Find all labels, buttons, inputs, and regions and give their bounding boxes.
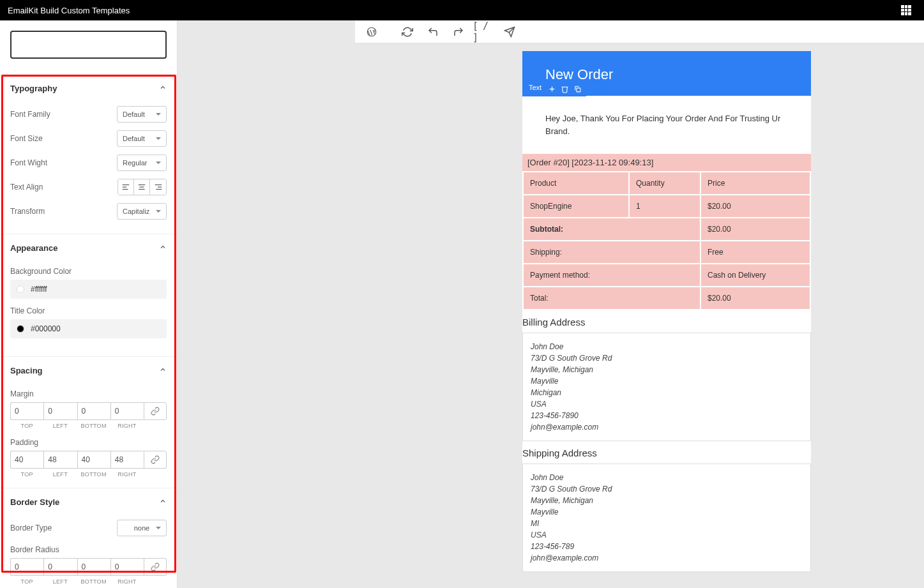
radius-link-button[interactable] (144, 558, 167, 576)
email-header[interactable]: New Order Text (522, 51, 811, 96)
style-sidebar: Typography Font FamilyDefault Font SizeD… (0, 20, 178, 588)
align-right-button[interactable] (150, 179, 166, 195)
font-size-label: Font Size (10, 134, 43, 143)
font-family-label: Font Family (10, 110, 50, 119)
typography-section: Typography Font FamilyDefault Font SizeD… (0, 75, 177, 234)
email-greeting[interactable]: Hey Joe, Thank You For Placing Your Orde… (522, 96, 811, 154)
shipping-title: Shipping Address (522, 441, 811, 464)
radius-bottom-input[interactable] (77, 558, 110, 576)
bg-color-input[interactable]: #ffffff (10, 280, 167, 299)
undo-icon[interactable] (421, 22, 444, 42)
refresh-icon[interactable] (396, 22, 419, 42)
app-title: EmailKit Build Custom Templates (8, 6, 130, 15)
border-header[interactable]: Border Style (0, 488, 177, 516)
radius-left-input[interactable] (43, 558, 77, 576)
cell-qty: 1 (630, 195, 700, 217)
email-header-title: New Order (545, 66, 613, 82)
padding-top-input[interactable] (10, 451, 43, 469)
cell-product: ShopEngine (524, 195, 628, 217)
shipping-value: Free (701, 241, 810, 263)
col-product: Product (524, 172, 628, 194)
margin-top-input[interactable] (10, 402, 43, 420)
total-label: Total: (524, 287, 700, 309)
send-icon[interactable] (498, 22, 521, 42)
col-quantity: Quantity (630, 172, 700, 194)
order-meta[interactable]: [Order #20] [2023-11-12 09:49:13] (522, 154, 811, 171)
padding-link-button[interactable] (144, 451, 167, 469)
payment-value: Cash on Delivery (701, 264, 810, 286)
canvas-toolbar: [ / ] (355, 20, 924, 43)
redo-icon[interactable] (447, 22, 470, 42)
billing-title: Billing Address (522, 310, 811, 333)
section-title: Typography (10, 84, 57, 93)
shipping-label: Shipping: (524, 241, 700, 263)
margin-label: Margin (10, 389, 167, 398)
font-size-select[interactable]: Default (117, 130, 167, 147)
padding-label: Padding (10, 438, 167, 447)
border-radius-label: Border Radius (10, 545, 167, 554)
align-center-button[interactable] (134, 179, 150, 195)
section-title: Border Style (10, 497, 59, 507)
chevron-up-icon (159, 243, 167, 253)
transform-label: Transform (10, 207, 45, 216)
subtotal-label: Subtotal: (524, 218, 700, 240)
border-type-label: Border Type (10, 524, 52, 532)
typography-header[interactable]: Typography (0, 75, 177, 102)
margin-bottom-input[interactable] (77, 402, 110, 420)
radius-top-input[interactable] (10, 558, 43, 576)
align-left-button[interactable] (118, 179, 134, 195)
chevron-up-icon (159, 497, 167, 507)
delete-icon[interactable] (558, 82, 571, 95)
cell-price: $20.00 (701, 195, 810, 217)
total-value: $20.00 (701, 287, 810, 309)
border-type-select[interactable]: none (117, 520, 167, 536)
padding-bottom-input[interactable] (77, 451, 110, 469)
add-icon[interactable] (545, 82, 558, 95)
preview-box (10, 31, 167, 59)
font-weight-select[interactable]: Regular (117, 155, 167, 171)
order-table[interactable]: ProductQuantityPrice ShopEngine1$20.00 S… (522, 171, 811, 310)
section-title: Appearance (10, 243, 57, 253)
bg-color-label: Background Color (10, 267, 167, 276)
margin-right-input[interactable] (110, 402, 144, 420)
billing-address[interactable]: John Doe73/D G South Grove RdMayville, M… (522, 333, 811, 441)
wordpress-icon[interactable] (360, 22, 383, 42)
title-color-label: Title Color (10, 306, 167, 315)
appearance-header[interactable]: Appearance (0, 234, 177, 262)
title-color-input[interactable]: #000000 (10, 319, 167, 338)
element-toolbar: Text (522, 81, 586, 96)
text-align-label: Text Align (10, 183, 43, 192)
spacing-section: Spacing Margin TOPLEFTBOTTOMRIGHT Paddin… (0, 357, 177, 488)
border-section: Border Style Border Typenone Border Radi… (0, 488, 177, 588)
section-title: Spacing (10, 366, 43, 375)
font-weight-label: Font Wight (10, 158, 47, 167)
font-family-select[interactable]: Default (117, 106, 167, 123)
shortcode-button[interactable]: [ / ] (473, 22, 496, 42)
padding-right-input[interactable] (110, 451, 144, 469)
chevron-up-icon (159, 366, 167, 375)
shipping-address[interactable]: John Doe73/D G South Grove RdMayville, M… (522, 464, 811, 572)
appearance-section: Appearance Background Color #ffffff Titl… (0, 234, 177, 357)
subtotal-value: $20.00 (701, 218, 810, 240)
element-type-label: Text (525, 82, 545, 95)
margin-link-button[interactable] (144, 402, 167, 420)
chevron-up-icon (159, 84, 167, 93)
spacing-header[interactable]: Spacing (0, 357, 177, 384)
col-price: Price (701, 172, 810, 194)
transform-select[interactable]: Capitaliz (117, 203, 167, 220)
canvas: [ / ] New Order Text Hey Joe, Thank You … (178, 20, 924, 588)
svg-rect-14 (577, 87, 580, 91)
apps-grid-icon[interactable] (901, 5, 911, 15)
duplicate-icon[interactable] (571, 82, 584, 95)
payment-label: Payment method: (524, 264, 700, 286)
padding-left-input[interactable] (43, 451, 77, 469)
top-bar: EmailKit Build Custom Templates (0, 0, 924, 20)
text-align-group (117, 179, 167, 195)
margin-left-input[interactable] (43, 402, 77, 420)
email-preview: New Order Text Hey Joe, Thank You For Pl… (522, 51, 811, 572)
radius-right-input[interactable] (110, 558, 144, 576)
